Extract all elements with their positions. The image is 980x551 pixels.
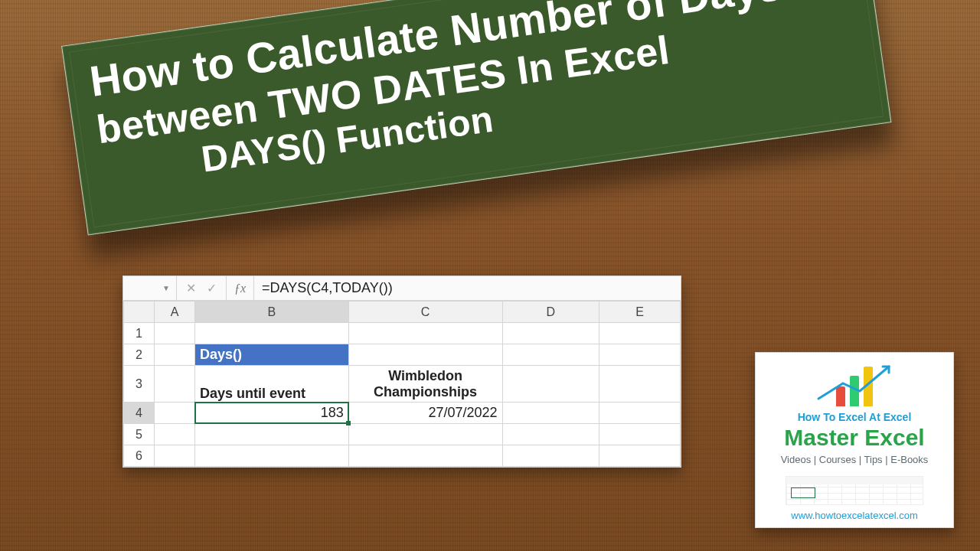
- row-1: 1: [124, 323, 681, 344]
- cell-C1[interactable]: [348, 323, 502, 344]
- cell-A5[interactable]: [155, 424, 195, 445]
- col-header-E[interactable]: E: [599, 302, 681, 323]
- row-header-2[interactable]: 2: [124, 344, 155, 366]
- row-4: 4 183 27/07/2022: [124, 403, 681, 424]
- cell-D2[interactable]: [502, 344, 599, 366]
- brand-subtitle: Videos | Courses | Tips | E-Books: [763, 454, 946, 465]
- brand-title: Master Excel: [763, 425, 946, 451]
- formula-input[interactable]: =DAYS(C4,TODAY()): [254, 280, 681, 296]
- enter-icon[interactable]: ✓: [207, 281, 217, 295]
- cell-C2[interactable]: [348, 344, 502, 366]
- brand-card: How To Excel At Excel Master Excel Video…: [755, 352, 954, 528]
- cell-E3[interactable]: [599, 366, 681, 403]
- brand-tagline: How To Excel At Excel: [763, 411, 946, 423]
- cell-D5[interactable]: [502, 424, 599, 445]
- row-5: 5: [124, 424, 681, 445]
- row-header-5[interactable]: 5: [124, 424, 155, 445]
- spreadsheet-grid[interactable]: A B C D E 1 2 Days() 3 Days until event: [123, 301, 681, 467]
- row-3: 3 Days until event Wimbledon Championshi…: [124, 366, 681, 403]
- cell-B4[interactable]: 183: [194, 403, 348, 424]
- row-header-6[interactable]: 6: [124, 445, 155, 467]
- brand-url: www.howtoexcelatexcel.com: [763, 510, 946, 521]
- name-box[interactable]: ▼: [123, 276, 177, 300]
- column-header-row: A B C D E: [124, 302, 681, 323]
- formula-bar: ▼ ✕ ✓ ƒx =DAYS(C4,TODAY()): [123, 276, 681, 301]
- cell-A2[interactable]: [155, 344, 195, 366]
- col-header-A[interactable]: A: [155, 302, 195, 323]
- cell-A3[interactable]: [155, 366, 195, 403]
- row-header-3[interactable]: 3: [124, 366, 155, 403]
- cell-B5[interactable]: [194, 424, 348, 445]
- title-banner: How to Calculate Number of Days between …: [61, 0, 891, 236]
- cell-E2[interactable]: [599, 344, 681, 366]
- cell-A6[interactable]: [155, 445, 195, 467]
- cell-B2[interactable]: Days(): [194, 344, 348, 366]
- cell-E6[interactable]: [599, 445, 681, 467]
- cell-D4[interactable]: [502, 403, 599, 424]
- select-all-corner[interactable]: [124, 302, 155, 323]
- cell-C3[interactable]: Wimbledon Championships: [348, 366, 502, 403]
- excel-window: ▼ ✕ ✓ ƒx =DAYS(C4,TODAY()) A B C D E 1: [122, 276, 681, 468]
- dropdown-icon: ▼: [162, 284, 170, 292]
- cell-A4[interactable]: [155, 403, 195, 424]
- cell-D6[interactable]: [502, 445, 599, 467]
- col-header-B[interactable]: B: [194, 302, 348, 323]
- cell-A1[interactable]: [155, 323, 195, 344]
- formula-buttons: ✕ ✓: [177, 276, 227, 300]
- cell-C4[interactable]: 27/07/2022: [348, 403, 502, 424]
- col-header-C[interactable]: C: [348, 302, 502, 323]
- cell-B1[interactable]: [194, 323, 348, 344]
- cancel-icon[interactable]: ✕: [186, 281, 196, 295]
- row-header-1[interactable]: 1: [124, 323, 155, 344]
- cell-D1[interactable]: [502, 323, 599, 344]
- cell-E4[interactable]: [599, 403, 681, 424]
- cell-C5[interactable]: [348, 424, 502, 445]
- cell-B6[interactable]: [194, 445, 348, 467]
- cell-C6[interactable]: [348, 445, 502, 467]
- cell-E5[interactable]: [599, 424, 681, 445]
- cell-E1[interactable]: [599, 323, 681, 344]
- cell-D3[interactable]: [502, 366, 599, 403]
- row-header-4[interactable]: 4: [124, 403, 155, 424]
- brand-chart-icon: [763, 364, 946, 406]
- row-6: 6: [124, 445, 681, 467]
- col-header-D[interactable]: D: [502, 302, 599, 323]
- brand-mini-sheet-icon: [786, 476, 923, 505]
- cell-B3[interactable]: Days until event: [194, 366, 348, 403]
- fx-icon[interactable]: ƒx: [227, 276, 254, 300]
- row-2: 2 Days(): [124, 344, 681, 366]
